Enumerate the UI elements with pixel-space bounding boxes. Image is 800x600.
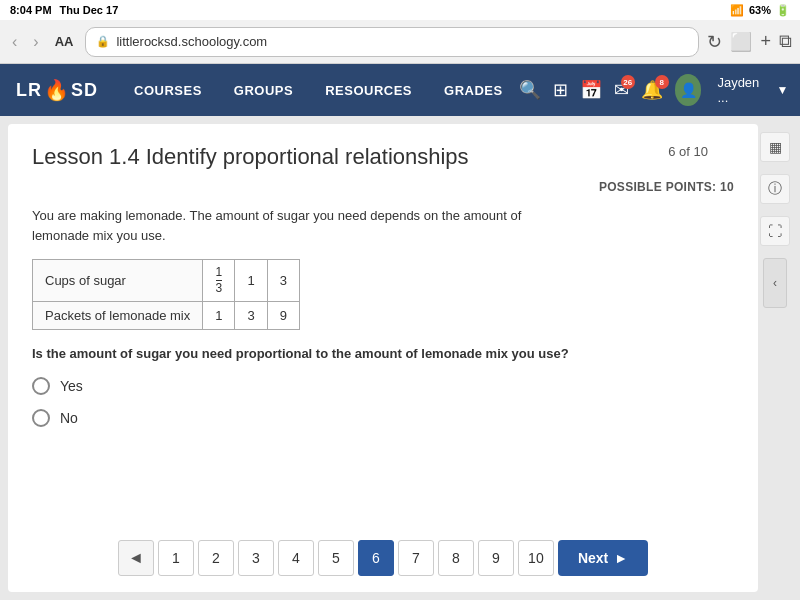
status-bar: 8:04 PM Thu Dec 17 📶 63% 🔋 (0, 0, 800, 20)
table-cell-lemonade-3: 9 (267, 302, 299, 330)
sidebar-collapse-button[interactable]: ‹ (763, 258, 787, 308)
nav-courses[interactable]: COURSES (118, 64, 218, 116)
reload-button[interactable]: ↻ (707, 31, 722, 53)
battery-icon: 🔋 (776, 4, 790, 17)
main-wrapper: Lesson 1.4 Identify proportional relatio… (0, 116, 800, 600)
page-4-button[interactable]: 4 (278, 540, 314, 576)
forward-button[interactable]: › (29, 31, 42, 53)
page-7-button[interactable]: 7 (398, 540, 434, 576)
user-name[interactable]: Jayden ... (717, 75, 764, 105)
data-table: Cups of sugar 1 3 1 3 Packets of lemonad… (32, 259, 300, 330)
sidebar-info-button[interactable]: ⓘ (760, 174, 790, 204)
nav-bar: LR 🔥 SD COURSES GROUPS RESOURCES GRADES … (0, 64, 800, 116)
sidebar-expand-button[interactable]: ⛶ (760, 216, 790, 246)
page-title: Lesson 1.4 Identify proportional relatio… (32, 144, 734, 170)
radio-group: Yes No (32, 377, 734, 427)
table-cell-sugar-label: Cups of sugar (33, 260, 203, 302)
message-badge: 26 (621, 75, 635, 89)
page-8-button[interactable]: 8 (438, 540, 474, 576)
browser-actions: ↻ ⬜ + ⧉ (707, 31, 792, 53)
table-cell-sugar-2: 1 (235, 260, 267, 302)
lock-icon: 🔒 (96, 35, 110, 48)
nav-groups[interactable]: GROUPS (218, 64, 309, 116)
table-cell-sugar-3: 3 (267, 260, 299, 302)
nav-icons: 🔍 ⊞ 📅 ✉ 26 🔔 8 👤 Jayden ... ▼ (519, 74, 789, 106)
page-5-button[interactable]: 5 (318, 540, 354, 576)
grid-button[interactable]: ⊞ (553, 79, 568, 101)
notif-badge: 8 (655, 75, 669, 89)
question-intro: You are making lemonade. The amount of s… (32, 206, 572, 245)
browser-chrome: ‹ › AA 🔒 littlerocksd.schoology.com ↻ ⬜ … (0, 20, 800, 64)
reader-button[interactable]: AA (51, 32, 78, 51)
right-sidebar: ▦ ⓘ ⛶ ‹ (758, 124, 792, 316)
table-cell-lemonade-1: 1 (203, 302, 235, 330)
notifications-button[interactable]: 🔔 8 (641, 79, 663, 101)
table-row-lemonade: Packets of lemonade mix 1 3 9 (33, 302, 300, 330)
next-arrow-icon: ► (614, 550, 628, 566)
possible-points: POSSIBLE POINTS: 10 (32, 180, 734, 194)
nav-links: COURSES GROUPS RESOURCES GRADES (118, 64, 519, 116)
logo-flame-icon: 🔥 (44, 78, 69, 102)
sub-question: Is the amount of sugar you need proporti… (32, 346, 572, 361)
sidebar-calendar-button[interactable]: ▦ (760, 132, 790, 162)
fraction-1-3: 1 3 (216, 266, 223, 295)
page-9-button[interactable]: 9 (478, 540, 514, 576)
time: 8:04 PM (10, 4, 52, 16)
calendar-button[interactable]: 📅 (580, 79, 602, 101)
wifi-icon: 📶 (730, 4, 744, 17)
page-3-button[interactable]: 3 (238, 540, 274, 576)
logo-text-2: SD (71, 80, 98, 101)
option-yes[interactable]: Yes (32, 377, 734, 395)
radio-no-circle[interactable] (32, 409, 50, 427)
logo[interactable]: LR 🔥 SD (16, 78, 98, 102)
nav-grades[interactable]: GRADES (428, 64, 519, 116)
next-button[interactable]: Next ► (558, 540, 648, 576)
page-2-button[interactable]: 2 (198, 540, 234, 576)
page-counter: 6 of 10 (668, 144, 708, 159)
date: Thu Dec 17 (60, 4, 119, 16)
user-dropdown-arrow[interactable]: ▼ (777, 83, 789, 97)
avatar[interactable]: 👤 (675, 74, 702, 106)
tabs-button[interactable]: ⧉ (779, 31, 792, 52)
battery-level: 63% (749, 4, 771, 16)
messages-button[interactable]: ✉ 26 (614, 79, 629, 101)
nav-resources[interactable]: RESOURCES (309, 64, 428, 116)
pagination-bar: ◄ 1 2 3 4 5 6 7 8 9 10 Next ► (8, 540, 758, 576)
add-tab-button[interactable]: + (760, 31, 771, 52)
table-cell-sugar-1: 1 3 (203, 260, 235, 302)
radio-yes-circle[interactable] (32, 377, 50, 395)
option-yes-label: Yes (60, 378, 83, 394)
logo-text: LR (16, 80, 42, 101)
share-button[interactable]: ⬜ (730, 31, 752, 53)
next-label: Next (578, 550, 608, 566)
table-cell-lemonade-label: Packets of lemonade mix (33, 302, 203, 330)
page-1-button[interactable]: 1 (158, 540, 194, 576)
address-bar[interactable]: 🔒 littlerocksd.schoology.com (85, 27, 699, 57)
url-text: littlerocksd.schoology.com (116, 34, 267, 49)
search-button[interactable]: 🔍 (519, 79, 541, 101)
page-6-button[interactable]: 6 (358, 540, 394, 576)
table-row-sugar: Cups of sugar 1 3 1 3 (33, 260, 300, 302)
content-card: Lesson 1.4 Identify proportional relatio… (8, 124, 758, 592)
page-10-button[interactable]: 10 (518, 540, 554, 576)
option-no[interactable]: No (32, 409, 734, 427)
back-button[interactable]: ‹ (8, 31, 21, 53)
table-cell-lemonade-2: 3 (235, 302, 267, 330)
prev-page-button[interactable]: ◄ (118, 540, 154, 576)
option-no-label: No (60, 410, 78, 426)
